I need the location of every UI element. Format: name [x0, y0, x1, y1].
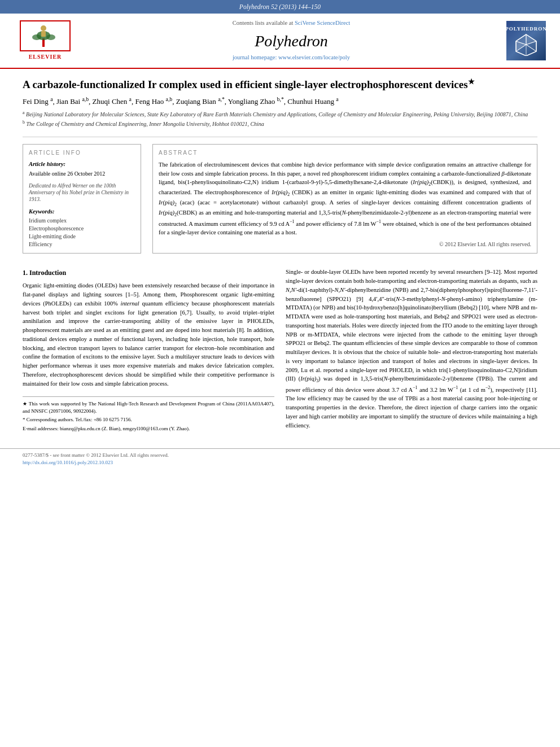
footnotes-section: ★ This work was supported by The Nationa…: [23, 396, 274, 432]
keyword-4: Efficiency: [29, 241, 135, 248]
polyhedron-logo-svg: [515, 33, 537, 56]
section1-number: 1. Introduction: [23, 269, 66, 277]
banner-text: Polyhedron 52 (2013) 144–150: [239, 3, 321, 10]
page-footer: 0277-5387/$ - see front matter © 2012 El…: [0, 448, 560, 469]
keywords-label: Keywords:: [29, 208, 135, 216]
elsevier-logo-section: ELSEVIER: [11, 20, 79, 61]
dedication-text: Dedicated to Alfred Werner on the 100th …: [29, 182, 135, 203]
abstract-header: ABSTRACT: [159, 149, 531, 157]
sciverse-link[interactable]: SciVerse ScienceDirect: [295, 20, 350, 26]
keyword-3: Light-emitting diode: [29, 233, 135, 241]
available-online: Available online 26 October 2012: [29, 170, 135, 178]
paper-body: 1. Introduction Organic light-emitting d…: [23, 268, 537, 434]
paper-content: A carbazole-functionalized Ir complex us…: [0, 69, 560, 443]
contents-line: Contents lists available at SciVerse Sci…: [79, 19, 504, 28]
body-paragraph-1: Organic light-emitting diodes (OLEDs) ha…: [23, 281, 274, 388]
body-column-right: Single- or double-layer OLEDs have been …: [286, 268, 537, 434]
body-paragraph-2: Single- or double-layer OLEDs have been …: [286, 268, 537, 430]
title-section: A carbazole-functionalized Ir complex us…: [23, 77, 537, 137]
svg-point-4: [41, 25, 46, 31]
elsevier-logo: ELSEVIER: [11, 20, 79, 61]
polyhedron-logo-text: POLYHEDRON: [505, 25, 547, 33]
title-star: ★: [468, 77, 475, 86]
footer-issn: 0277-5387/$ - see front matter © 2012 El…: [23, 452, 169, 466]
keyword-1: Iridium complex: [29, 217, 135, 225]
authors-line: Fei Ding a, Jian Bai a,b, Zhuqi Chen a, …: [23, 95, 537, 107]
article-history-label: Article history:: [29, 160, 135, 169]
journal-header: ELSEVIER Contents lists available at Sci…: [0, 14, 560, 69]
journal-title-section: Contents lists available at SciVerse Sci…: [79, 19, 504, 62]
paper-title: A carbazole-functionalized Ir complex us…: [23, 77, 537, 92]
polyhedron-logo: POLYHEDRON: [506, 21, 546, 60]
footnote-star: ★ This work was supported by The Nationa…: [23, 400, 274, 414]
article-info-abstract-section: ARTICLE INFO Article history: Available …: [23, 144, 537, 259]
svg-point-2: [32, 34, 41, 40]
footer-doi-link[interactable]: http://dx.doi.org/10.1016/j.poly.2012.10…: [23, 460, 113, 465]
footnote-email: E-mail addresses: bianzq@pku.edu.cn (Z. …: [23, 425, 274, 433]
article-info-column: ARTICLE INFO Article history: Available …: [23, 144, 141, 259]
article-info-header: ARTICLE INFO: [29, 149, 135, 157]
affiliations: a Beijing National Laboratory for Molecu…: [23, 110, 537, 128]
elsevier-logo-svg: [23, 21, 68, 50]
polyhedron-logo-section: POLYHEDRON: [504, 21, 549, 60]
elsevier-text: ELSEVIER: [29, 53, 62, 61]
journal-banner: Polyhedron 52 (2013) 144–150: [0, 0, 560, 14]
abstract-box: ABSTRACT The fabrication of electrolumin…: [152, 144, 537, 254]
section1-title: 1. Introduction: [23, 268, 274, 278]
svg-rect-5: [41, 31, 46, 37]
elsevier-logo-box: [20, 20, 71, 51]
article-info-box: ARTICLE INFO Article history: Available …: [23, 144, 141, 254]
journal-homepage: journal homepage: www.elsevier.com/locat…: [79, 54, 504, 62]
footnote-corresponding: * Corresponding authors. Tel./fax: +86 1…: [23, 416, 274, 423]
keyword-2: Electrophosphorescence: [29, 225, 135, 233]
svg-point-3: [46, 34, 55, 40]
journal-name: Polyhedron: [79, 30, 504, 52]
abstract-copyright: © 2012 Elsevier Ltd. All rights reserved…: [159, 241, 531, 248]
body-column-left: 1. Introduction Organic light-emitting d…: [23, 268, 274, 434]
abstract-column: ABSTRACT The fabrication of electrolumin…: [152, 144, 537, 259]
abstract-text: The fabrication of electroluminescent de…: [159, 160, 531, 237]
